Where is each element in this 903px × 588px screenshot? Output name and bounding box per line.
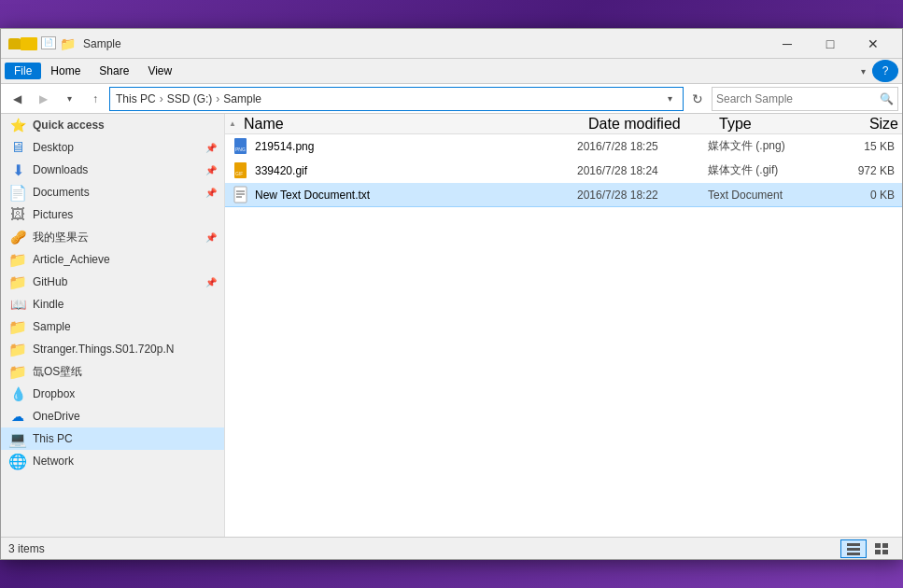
forward-button[interactable]: ▶ xyxy=(31,87,55,111)
file-size-3: 0 KB xyxy=(820,189,895,202)
svg-rect-8 xyxy=(847,543,860,546)
view-buttons xyxy=(840,539,895,558)
svg-rect-10 xyxy=(847,553,860,555)
svg-rect-13 xyxy=(875,550,881,554)
menu-share[interactable]: Share xyxy=(90,63,138,79)
sidebar-thispc[interactable]: 💻 This PC xyxy=(1,427,224,450)
dropbox-icon: 💧 xyxy=(8,385,27,403)
ribbon-expand-btn[interactable]: ▾ xyxy=(854,62,872,80)
qios-icon: 📁 xyxy=(8,362,27,381)
table-row[interactable]: GIF 339420.gif 2016/7/28 18:24 媒体文件 (.gi… xyxy=(225,159,902,183)
sidebar-network[interactable]: 🌐 Network xyxy=(1,450,224,472)
minimize-button[interactable]: ─ xyxy=(766,29,809,59)
sidebar-documents[interactable]: 📄 Documents 📌 xyxy=(1,181,224,203)
file-icon-txt xyxy=(233,186,251,204)
col-header-size[interactable]: Size xyxy=(827,116,902,133)
file-type-2: 媒体文件 (.gif) xyxy=(708,162,820,178)
pictures-icon: 🖼 xyxy=(8,205,27,224)
sidebar-jianguo[interactable]: 🥜 我的坚果云 📌 xyxy=(1,226,224,248)
back-button[interactable]: ◀ xyxy=(5,87,29,111)
github-pin-icon: 📌 xyxy=(205,277,217,287)
sidebar: ⭐ Quick access 🖥 Desktop 📌 ⬇ Downloads 📌… xyxy=(1,114,225,537)
table-row[interactable]: PNG 219514.png 2016/7/28 18:25 媒体文件 (.pn… xyxy=(225,134,902,159)
file-type-1: 媒体文件 (.png) xyxy=(708,138,820,154)
sidebar-desktop[interactable]: 🖥 Desktop 📌 xyxy=(1,136,224,159)
file-date-3: 2016/7/28 18:22 xyxy=(577,189,708,202)
recent-btn[interactable]: ▾ xyxy=(57,87,81,111)
preview-view-icon xyxy=(874,541,889,556)
col-scroll-up[interactable]: ▲ xyxy=(225,119,240,128)
desktop-pin-icon: 📌 xyxy=(205,143,217,153)
file-date-2: 2016/7/28 18:24 xyxy=(577,164,708,177)
title-bar-icons: 📄 📁 xyxy=(8,36,76,51)
col-header-type[interactable]: Type xyxy=(715,116,827,133)
sidebar-dropbox[interactable]: 💧 Dropbox xyxy=(1,383,224,405)
thispc-icon: 💻 xyxy=(8,429,27,448)
stranger-icon: 📁 xyxy=(8,340,27,358)
documents-icon: 📄 xyxy=(8,183,27,202)
address-dropdown-btn[interactable]: ▾ xyxy=(660,88,679,110)
onedrive-icon: ☁ xyxy=(8,407,27,426)
up-button[interactable]: ↑ xyxy=(83,87,107,111)
github-icon: 📁 xyxy=(8,273,27,291)
menu-view[interactable]: View xyxy=(138,63,181,79)
menu-file[interactable]: File xyxy=(5,63,41,79)
refresh-button[interactable]: ↻ xyxy=(685,87,710,111)
menu-bar: File Home Share View ▾ ? xyxy=(1,59,902,83)
details-view-icon xyxy=(846,541,861,556)
col-header-name[interactable]: Name xyxy=(240,116,585,133)
sidebar-sample[interactable]: 📁 Sample xyxy=(1,315,224,338)
jianguo-icon: 🥜 xyxy=(8,228,27,246)
sidebar-qios[interactable]: 📁 氙OS壁纸 xyxy=(1,360,224,383)
title-folder2-icon: 📁 xyxy=(60,36,76,51)
ribbon: File Home Share View ▾ ? xyxy=(1,59,902,84)
sidebar-article[interactable]: 📁 Article_Achieve xyxy=(1,248,224,271)
menu-home[interactable]: Home xyxy=(41,63,90,79)
file-area: ▲ Name Date modified Type Size PNG 21951… xyxy=(225,114,902,537)
svg-rect-12 xyxy=(882,543,888,548)
breadcrumb-ssd[interactable]: SSD (G:) xyxy=(165,92,215,105)
file-name-3: New Text Document.txt xyxy=(255,189,577,202)
sample-icon: 📁 xyxy=(8,317,27,336)
downloads-icon: ⬇ xyxy=(8,161,27,179)
close-button[interactable]: ✕ xyxy=(852,29,895,59)
sidebar-kindle[interactable]: 📖 Kindle xyxy=(1,293,224,315)
search-bar[interactable]: 🔍 xyxy=(712,87,898,111)
article-icon: 📁 xyxy=(8,250,27,269)
table-row[interactable]: New Text Document.txt 2016/7/28 18:22 Te… xyxy=(225,183,902,207)
file-icon-png: PNG xyxy=(233,137,251,156)
help-button[interactable]: ? xyxy=(872,60,898,82)
svg-rect-11 xyxy=(875,543,881,548)
sidebar-stranger[interactable]: 📁 Stranger.Things.S01.720p.N xyxy=(1,338,224,360)
window-controls: ─ □ ✕ xyxy=(766,29,895,59)
breadcrumb-sep-2: › xyxy=(216,92,219,105)
details-view-button[interactable] xyxy=(840,539,867,558)
sidebar-downloads[interactable]: ⬇ Downloads 📌 xyxy=(1,159,224,181)
breadcrumb-sep-1: › xyxy=(160,92,163,105)
breadcrumb-thispc[interactable]: This PC xyxy=(114,92,158,105)
sidebar-pictures[interactable]: 🖼 Pictures xyxy=(1,203,224,226)
search-input[interactable] xyxy=(716,92,880,105)
status-item-count: 3 items xyxy=(8,542,840,555)
file-column-header: ▲ Name Date modified Type Size xyxy=(225,114,902,134)
main-content: ⭐ Quick access 🖥 Desktop 📌 ⬇ Downloads 📌… xyxy=(1,114,902,537)
preview-view-button[interactable] xyxy=(868,539,895,558)
title-folder-icon xyxy=(8,36,37,51)
col-header-date[interactable]: Date modified xyxy=(585,116,715,133)
maximize-button[interactable]: □ xyxy=(809,29,852,59)
address-bar[interactable]: This PC › SSD (G:) › Sample ▾ xyxy=(109,87,684,111)
file-list: PNG 219514.png 2016/7/28 18:25 媒体文件 (.pn… xyxy=(225,134,902,537)
file-name-2: 339420.gif xyxy=(255,164,577,177)
breadcrumb-sample[interactable]: Sample xyxy=(221,92,263,105)
sidebar-github[interactable]: 📁 GitHub 📌 xyxy=(1,271,224,293)
sidebar-quick-access: ⭐ Quick access xyxy=(1,114,224,136)
file-size-1: 15 KB xyxy=(820,140,895,153)
kindle-icon: 📖 xyxy=(8,295,27,314)
title-bar: 📄 📁 Sample ─ □ ✕ xyxy=(1,29,902,59)
sidebar-onedrive[interactable]: ☁ OneDrive xyxy=(1,405,224,427)
title-blank-icon: 📄 xyxy=(41,36,56,49)
file-type-3: Text Document xyxy=(708,189,820,202)
downloads-pin-icon: 📌 xyxy=(205,165,217,175)
file-explorer-window: 📄 📁 Sample ─ □ ✕ File Home Share View ▾ … xyxy=(0,28,903,560)
window-title: Sample xyxy=(83,37,766,50)
